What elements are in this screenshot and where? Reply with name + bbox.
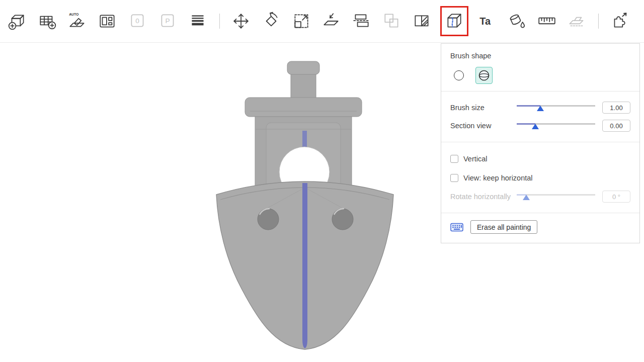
top-toolbar: AUTO 0 P xyxy=(0,0,644,43)
auto-orient-icon: AUTO xyxy=(67,11,88,31)
brush-size-row: Brush size xyxy=(450,99,630,117)
section-view-row: Section view xyxy=(450,117,630,135)
vertical-checkbox[interactable] xyxy=(450,155,458,163)
text-tool-label: Ta xyxy=(479,16,491,27)
scale-tool-button[interactable] xyxy=(289,8,313,34)
keep-horizontal-checkbox[interactable] xyxy=(450,174,458,182)
arrange-button[interactable] xyxy=(96,8,120,34)
keep-horizontal-label: View: keep horizontal xyxy=(463,174,533,182)
auto-orient-button[interactable]: AUTO xyxy=(65,8,90,34)
plugins-icon xyxy=(610,11,630,31)
brush-size-slider[interactable] xyxy=(517,103,595,112)
section-view-label: Section view xyxy=(450,122,517,130)
slicer-app-window: AUTO 0 P xyxy=(0,0,644,362)
plate-0-button: 0 xyxy=(126,8,150,34)
mesh-boolean-icon xyxy=(382,11,402,31)
measure-icon xyxy=(537,11,557,31)
scale-icon xyxy=(291,11,311,31)
plate-p-button: P xyxy=(156,8,180,34)
toolbar-separator xyxy=(598,14,599,29)
brush-size-input[interactable] xyxy=(602,102,630,114)
cut-tool-button[interactable] xyxy=(350,8,374,34)
arrange-icon xyxy=(98,11,118,31)
rotate-horizontally-input xyxy=(602,191,630,203)
circle-brush-icon xyxy=(454,70,464,80)
plate-0-label: 0 xyxy=(135,17,139,25)
brush-shape-options xyxy=(450,67,630,84)
add-object-button[interactable] xyxy=(5,8,29,34)
cut-icon xyxy=(352,11,372,31)
add-plate-button[interactable] xyxy=(35,8,59,34)
section-view-input[interactable] xyxy=(602,120,630,132)
benchy-roof xyxy=(245,98,362,117)
move-icon xyxy=(231,11,251,31)
mesh-boolean-button xyxy=(380,8,404,34)
brush-shape-label: Brush shape xyxy=(450,52,630,60)
rotate-icon xyxy=(261,11,281,31)
seam-painting-button[interactable] xyxy=(442,8,466,34)
rotate-horizontally-row: Rotate horizontally xyxy=(450,188,630,206)
support-painting-icon xyxy=(412,11,432,31)
place-on-face-button[interactable] xyxy=(319,8,344,34)
erase-row: Erase all painting xyxy=(450,220,630,234)
benchy-chimney xyxy=(291,72,316,102)
rotate-tool-button[interactable] xyxy=(259,8,283,34)
benchy-chimney-cap xyxy=(287,61,319,74)
keyboard-shortcuts-icon[interactable] xyxy=(450,222,463,232)
keep-horizontal-checkbox-row: View: keep horizontal xyxy=(450,168,630,188)
vertical-checkbox-row: Vertical xyxy=(450,149,630,168)
plugins-button[interactable] xyxy=(608,8,632,34)
brush-size-label: Brush size xyxy=(450,104,517,112)
active-tool-highlight xyxy=(440,6,468,36)
seam-painting-panel: Brush shape Brush size Section view xyxy=(441,43,640,243)
seam-stripe-cabin xyxy=(302,131,307,149)
panel-divider xyxy=(441,142,639,142)
plate-p-icon: P xyxy=(158,11,178,31)
panel-divider xyxy=(441,91,639,92)
brush-shape-circle-button[interactable] xyxy=(450,67,467,84)
brush-shape-sphere-button[interactable] xyxy=(475,67,493,84)
support-painting-button[interactable] xyxy=(410,8,434,34)
rotate-horizontally-label: Rotate horizontally xyxy=(450,193,517,201)
color-painting-button[interactable] xyxy=(505,8,529,34)
vertical-label: Vertical xyxy=(463,155,488,163)
add-plate-icon xyxy=(37,11,57,31)
sphere-brush-icon xyxy=(478,69,490,81)
plate-0-icon: 0 xyxy=(128,11,148,31)
plate-p-label: P xyxy=(165,17,170,25)
benchy-model[interactable] xyxy=(204,57,405,359)
variable-layer-height-icon xyxy=(188,11,208,31)
move-tool-button[interactable] xyxy=(229,8,253,34)
seam-stripe-hull xyxy=(302,183,307,348)
seam-painting-icon xyxy=(444,11,464,31)
erase-all-painting-button[interactable]: Erase all painting xyxy=(470,220,537,234)
rotate-horizontally-slider xyxy=(517,192,595,201)
variable-layer-height-button[interactable] xyxy=(186,8,210,34)
rotate-horizontally-slider-thumb xyxy=(523,195,530,200)
measure-tool-button[interactable] xyxy=(535,8,559,34)
auto-orient-label: AUTO xyxy=(69,13,79,16)
toolbar-separator xyxy=(219,14,220,29)
assembly-view-button xyxy=(565,8,589,34)
brush-size-slider-thumb[interactable] xyxy=(537,106,544,111)
color-painting-icon xyxy=(507,11,527,31)
section-view-slider-thumb[interactable] xyxy=(532,124,539,129)
text-tool-icon: Ta xyxy=(476,11,497,31)
add-object-icon xyxy=(7,11,27,31)
section-view-slider[interactable] xyxy=(517,121,595,130)
text-tool-button[interactable]: Ta xyxy=(474,8,499,34)
panel-divider xyxy=(441,213,639,213)
place-on-face-icon xyxy=(321,11,342,31)
assembly-view-icon xyxy=(567,11,587,31)
